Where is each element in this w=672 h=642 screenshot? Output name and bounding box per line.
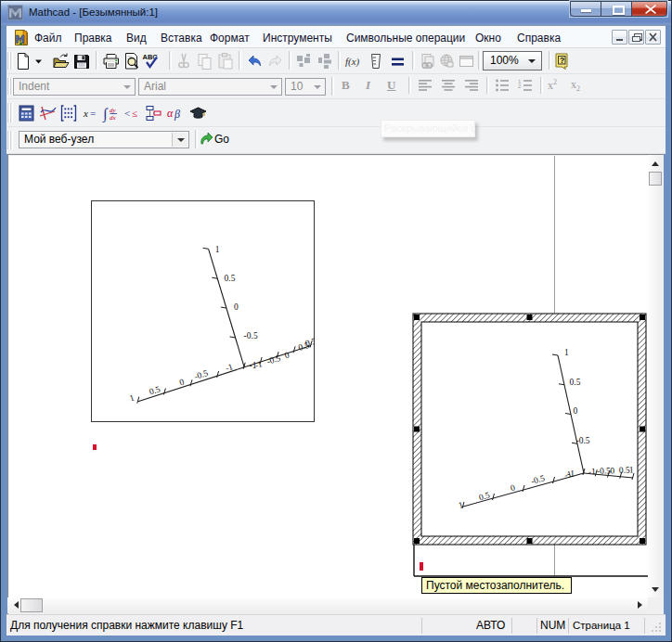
svg-text:dx: dx bbox=[110, 114, 117, 122]
svg-text:1: 1 bbox=[564, 348, 569, 357]
svg-text:-1: -1 bbox=[588, 467, 597, 476]
svg-text:≤: ≤ bbox=[132, 108, 137, 119]
svg-text:0: 0 bbox=[234, 302, 239, 312]
svg-text:∫: ∫ bbox=[102, 106, 109, 122]
svg-text:0.5: 0.5 bbox=[225, 274, 236, 283]
svg-text:α: α bbox=[167, 107, 174, 120]
svg-text:2: 2 bbox=[518, 83, 522, 89]
svg-text:-0.5: -0.5 bbox=[244, 331, 258, 340]
svg-text:-0.5: -0.5 bbox=[597, 466, 612, 476]
svg-text:x: x bbox=[83, 108, 88, 119]
svg-text:0.5: 0.5 bbox=[570, 378, 581, 387]
svg-text:f(x): f(x) bbox=[345, 56, 360, 68]
svg-text:0: 0 bbox=[574, 406, 578, 416]
svg-text:1: 1 bbox=[629, 465, 635, 474]
svg-text:1: 1 bbox=[215, 245, 220, 254]
svg-text:-0.5: -0.5 bbox=[576, 436, 590, 445]
svg-text:dy: dy bbox=[110, 107, 117, 114]
svg-text:β: β bbox=[174, 108, 180, 121]
svg-text:<: < bbox=[124, 108, 130, 119]
svg-text:=: = bbox=[90, 108, 96, 119]
svg-text:?: ? bbox=[560, 56, 564, 65]
svg-text:0: 0 bbox=[610, 466, 615, 475]
